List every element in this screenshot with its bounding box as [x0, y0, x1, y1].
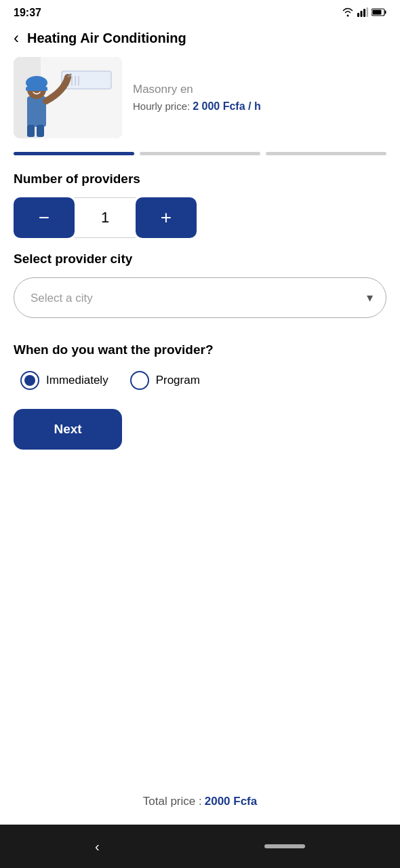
signal-icon	[357, 7, 368, 19]
service-info: Masonry en Hourly price: 2 000 Fcfa / h	[133, 83, 386, 113]
city-select[interactable]: Select a city Douala Yaoundé Bafoussam	[14, 277, 386, 318]
progress-bar	[0, 152, 400, 172]
progress-step-2	[140, 152, 260, 155]
service-image	[14, 57, 122, 138]
service-price-row: Hourly price: 2 000 Fcfa / h	[133, 100, 386, 113]
radio-row: Immediately Program	[14, 371, 386, 390]
service-name: Masonry en	[133, 83, 386, 96]
svg-rect-22	[37, 125, 44, 137]
back-button[interactable]: ‹	[14, 30, 19, 46]
svg-rect-2	[363, 9, 365, 17]
svg-rect-21	[27, 125, 35, 137]
svg-rect-19	[26, 87, 47, 91]
svg-rect-6	[373, 9, 382, 14]
status-time: 19:37	[14, 7, 41, 19]
nav-back-icon[interactable]: ‹	[95, 839, 100, 854]
city-title: Select provider city	[14, 252, 386, 267]
status-bar: 19:37	[0, 0, 400, 23]
when-section: When do you want the provider? Immediate…	[0, 332, 400, 406]
providers-title: Number of providers	[14, 172, 386, 186]
radio-label-immediately: Immediately	[46, 374, 108, 387]
radio-circle-program	[130, 371, 149, 390]
svg-rect-1	[361, 11, 363, 17]
radio-program[interactable]: Program	[130, 371, 200, 390]
progress-step-3	[266, 152, 386, 155]
header: ‹ Heating Air Conditioning	[0, 23, 400, 57]
bottom-nav: ‹	[0, 825, 400, 868]
price-label: Hourly price:	[133, 100, 190, 112]
when-title: When do you want the provider?	[14, 342, 386, 357]
progress-step-1	[14, 152, 134, 155]
decrement-button[interactable]: −	[14, 197, 75, 238]
svg-rect-5	[385, 10, 386, 14]
page-title: Heating Air Conditioning	[27, 31, 186, 46]
total-value: 2000 Fcfa	[205, 795, 258, 808]
city-section: Select provider city Select a city Doual…	[0, 252, 400, 332]
radio-label-program: Program	[156, 374, 200, 387]
city-select-wrapper: Select a city Douala Yaoundé Bafoussam ▾	[14, 277, 386, 318]
price-value: 2 000 Fcfa / h	[193, 100, 261, 113]
service-card: Masonry en Hourly price: 2 000 Fcfa / h	[0, 57, 400, 152]
counter-value: 1	[75, 197, 136, 238]
status-icons	[342, 7, 386, 19]
svg-rect-0	[357, 13, 359, 17]
next-section: Next	[0, 406, 400, 466]
total-label: Total price :	[143, 795, 202, 808]
radio-immediately[interactable]: Immediately	[20, 371, 108, 390]
total-price-bar: Total price : 2000 Fcfa	[0, 781, 400, 825]
increment-button[interactable]: +	[136, 197, 197, 238]
next-button[interactable]: Next	[14, 409, 122, 450]
nav-home-pill[interactable]	[264, 844, 305, 848]
providers-section: Number of providers − 1 +	[0, 172, 400, 252]
radio-circle-immediately	[20, 371, 39, 390]
counter-row: − 1 +	[14, 197, 386, 238]
battery-icon	[372, 8, 386, 18]
svg-rect-3	[367, 7, 369, 17]
wifi-icon	[342, 7, 354, 19]
